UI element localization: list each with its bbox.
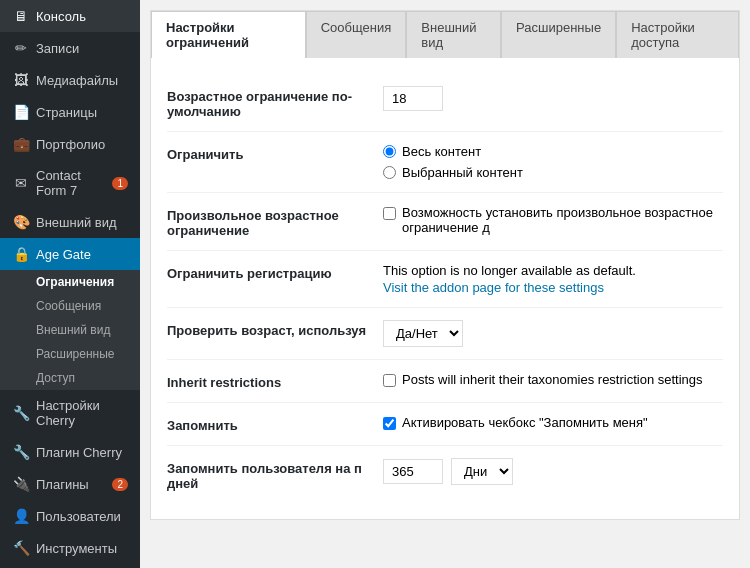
sidebar-label-media: Медиафайлы [36, 73, 118, 88]
restrict-registration-link[interactable]: Visit the addon page for these settings [383, 280, 723, 295]
remember-control: Активировать чекбокс "Запомнить меня" [383, 415, 723, 430]
days-unit-select[interactable]: Дни [451, 458, 513, 485]
cf7-icon: ✉ [12, 175, 30, 191]
sidebar-label-posts: Записи [36, 41, 79, 56]
restrict-registration-control: This option is no longer available as de… [383, 263, 723, 295]
sidebar-item-plugins[interactable]: 🔌 Плагины 2 [0, 468, 140, 500]
restrict-registration-text: This option is no longer available as de… [383, 263, 636, 278]
remember-checkbox[interactable] [383, 417, 396, 430]
inherit-option[interactable]: Posts will inherit their taxonomies rest… [383, 372, 723, 387]
form-row-age-restriction: Возрастное ограничение по-умолчанию [167, 74, 723, 132]
sidebar-item-appearance[interactable]: 🎨 Внешний вид [0, 206, 140, 238]
submenu-item-restrictions[interactable]: Ограничения [0, 270, 140, 294]
submenu-item-appearance[interactable]: Внешний вид [0, 318, 140, 342]
restrict-all-radio[interactable] [383, 145, 396, 158]
sidebar-label-appearance: Внешний вид [36, 215, 117, 230]
sidebar-label-plugins: Плагины [36, 477, 89, 492]
sidebar-item-cherry-settings[interactable]: 🔧 Настройки Cherry [0, 390, 140, 436]
form-row-custom-age: Произвольное возрастное ограничение Возм… [167, 193, 723, 251]
sidebar-label-cherry-settings: Настройки Cherry [36, 398, 128, 428]
sidebar-label-users: Пользователи [36, 509, 121, 524]
submenu-item-advanced[interactable]: Расширенные [0, 342, 140, 366]
appearance-icon: 🎨 [12, 214, 30, 230]
sidebar-item-console[interactable]: 🖥 Консоль [0, 0, 140, 32]
main-content: Настройки ограничений Сообщения Внешний … [140, 0, 750, 568]
submenu-item-access[interactable]: Доступ [0, 366, 140, 390]
verify-age-control: Да/Нет [383, 320, 723, 347]
remember-description: Активировать чекбокс "Запомнить меня" [402, 415, 648, 430]
restrict-registration-label: Ограничить регистрацию [167, 263, 367, 281]
sidebar-item-portfolio[interactable]: 💼 Портфолио [0, 128, 140, 160]
restrict-all-option[interactable]: Весь контент [383, 144, 723, 159]
cherry-settings-icon: 🔧 [12, 405, 30, 421]
inherit-checkbox[interactable] [383, 374, 396, 387]
form-row-remember: Запомнить Активировать чекбокс "Запомнит… [167, 403, 723, 446]
form-row-verify-age: Проверить возраст, используя Да/Нет [167, 308, 723, 360]
verify-age-label: Проверить возраст, используя [167, 320, 367, 338]
remember-days-input[interactable] [383, 459, 443, 484]
restrict-control: Весь контент Выбранный контент [383, 144, 723, 180]
sidebar-item-posts[interactable]: ✏ Записи [0, 32, 140, 64]
tab-appearance[interactable]: Внешний вид [406, 11, 501, 58]
tab-messages[interactable]: Сообщения [306, 11, 407, 58]
restrict-label: Ограничить [167, 144, 367, 162]
tools-icon: 🔨 [12, 540, 30, 556]
restrict-selected-option[interactable]: Выбранный контент [383, 165, 723, 180]
form-row-restrict-registration: Ограничить регистрацию This option is no… [167, 251, 723, 308]
sidebar-item-cherry-plugin[interactable]: 🔧 Плагин Cherry [0, 436, 140, 468]
age-restriction-label: Возрастное ограничение по-умолчанию [167, 86, 367, 119]
sidebar-item-cf7[interactable]: ✉ Contact Form 7 1 [0, 160, 140, 206]
age-restriction-control [383, 86, 723, 111]
pages-icon: 📄 [12, 104, 30, 120]
form-row-inherit: Inherit restrictions Posts will inherit … [167, 360, 723, 403]
custom-age-checkbox[interactable] [383, 207, 396, 220]
tab-access-settings[interactable]: Настройки доступа [616, 11, 739, 58]
plugins-badge: 2 [112, 478, 128, 491]
sidebar-label-tools: Инструменты [36, 541, 117, 556]
cherry-plugin-icon: 🔧 [12, 444, 30, 460]
sidebar-item-settings[interactable]: ⚙ Настройки [0, 564, 140, 568]
sidebar-label-console: Консоль [36, 9, 86, 24]
sidebar-label-agegate: Age Gate [36, 247, 91, 262]
sidebar-item-pages[interactable]: 📄 Страницы [0, 96, 140, 128]
sidebar: 🖥 Консоль ✏ Записи 🖼 Медиафайлы 📄 Страни… [0, 0, 140, 568]
inherit-description: Posts will inherit their taxonomies rest… [402, 372, 703, 387]
sidebar-label-cherry-plugin: Плагин Cherry [36, 445, 122, 460]
content-area: Настройки ограничений Сообщения Внешний … [150, 10, 740, 520]
remember-days-label: Запомнить пользователя на п дней [167, 458, 367, 491]
tab-restrictions[interactable]: Настройки ограничений [151, 11, 306, 58]
submenu-item-messages[interactable]: Сообщения [0, 294, 140, 318]
sidebar-item-media[interactable]: 🖼 Медиафайлы [0, 64, 140, 96]
sidebar-item-agegate[interactable]: 🔒 Age Gate [0, 238, 140, 270]
custom-age-option[interactable]: Возможность установить произвольное возр… [383, 205, 723, 235]
tab-advanced[interactable]: Расширенные [501, 11, 616, 58]
plugins-icon: 🔌 [12, 476, 30, 492]
sidebar-label-portfolio: Портфолио [36, 137, 105, 152]
form-row-remember-days: Запомнить пользователя на п дней Дни [167, 446, 723, 503]
custom-age-control: Возможность установить произвольное возр… [383, 205, 723, 235]
sidebar-item-users[interactable]: 👤 Пользователи [0, 500, 140, 532]
remember-option[interactable]: Активировать чекбокс "Запомнить меня" [383, 415, 723, 430]
custom-age-description: Возможность установить произвольное возр… [402, 205, 723, 235]
age-restriction-input[interactable] [383, 86, 443, 111]
remember-days-control: Дни [383, 458, 723, 485]
portfolio-icon: 💼 [12, 136, 30, 152]
restrict-selected-label: Выбранный контент [402, 165, 523, 180]
tabs: Настройки ограничений Сообщения Внешний … [151, 11, 739, 58]
inherit-label: Inherit restrictions [167, 372, 367, 390]
settings-form: Возрастное ограничение по-умолчанию Огра… [151, 58, 739, 519]
console-icon: 🖥 [12, 8, 30, 24]
restrict-all-label: Весь контент [402, 144, 481, 159]
sidebar-item-tools[interactable]: 🔨 Инструменты [0, 532, 140, 564]
cf7-badge: 1 [112, 177, 128, 190]
sidebar-submenu: Ограничения Сообщения Внешний вид Расшир… [0, 270, 140, 390]
remember-label: Запомнить [167, 415, 367, 433]
form-row-restrict: Ограничить Весь контент Выбранный контен… [167, 132, 723, 193]
verify-age-select[interactable]: Да/Нет [383, 320, 463, 347]
sidebar-label-pages: Страницы [36, 105, 97, 120]
agegate-icon: 🔒 [12, 246, 30, 262]
inherit-control: Posts will inherit their taxonomies rest… [383, 372, 723, 387]
users-icon: 👤 [12, 508, 30, 524]
posts-icon: ✏ [12, 40, 30, 56]
restrict-selected-radio[interactable] [383, 166, 396, 179]
